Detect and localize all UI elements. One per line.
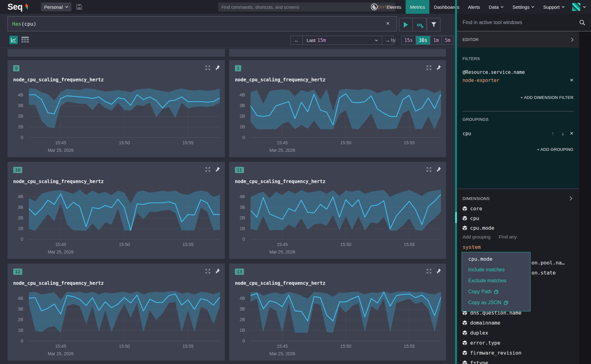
line-chart-icon	[11, 38, 16, 42]
range-back-button[interactable]: ←	[291, 36, 303, 44]
chart-plot[interactable]: 15:4515:5015:55Mar 25, 2026	[251, 291, 441, 341]
pin-icon[interactable]	[436, 167, 441, 172]
copy-as-json-item[interactable]: Copy as JSON	[468, 300, 508, 305]
user-avatar[interactable]	[572, 3, 580, 11]
chart-canvas	[251, 88, 441, 138]
chevron-right-icon[interactable]	[570, 196, 572, 201]
partial-chart-card	[229, 49, 446, 57]
chevron-down-icon[interactable]	[583, 6, 586, 8]
pin-icon[interactable]	[215, 167, 220, 172]
filters-header: FILTERS	[463, 56, 480, 61]
nav-support[interactable]: Support	[539, 0, 569, 14]
x-tick-label: 15:55	[404, 242, 415, 247]
expand-icon[interactable]	[205, 167, 210, 172]
chart-plot[interactable]: 15:4515:5015:55Mar 25, 2026	[251, 88, 441, 138]
x-tick-label: 15:45	[55, 344, 66, 349]
nav-alerts[interactable]: Alerts	[464, 0, 484, 14]
time-range-select[interactable]: Last 15m	[303, 36, 382, 44]
nav-settings[interactable]: Settings	[508, 0, 539, 14]
dimension-item-core[interactable]: core	[463, 206, 482, 212]
seq-metrics-app: Seq Personal Find commands, shortcuts, a…	[0, 0, 591, 364]
add-grouping-button[interactable]: + ADD GROUPING	[537, 147, 573, 152]
interval-1m[interactable]: 1m	[430, 36, 442, 44]
add-grouping-hint: Add grouping Find any	[463, 234, 517, 239]
pin-icon[interactable]	[436, 65, 441, 70]
dimension-item-cpu[interactable]: cpu	[463, 215, 479, 221]
live-tail-button[interactable]: ∞	[412, 18, 426, 31]
dimension-item-fstype[interactable]: fstype	[463, 360, 488, 364]
remove-grouping-icon[interactable]: ✕	[570, 131, 573, 136]
dimension-item-firmware_revision[interactable]: firmware_revision	[463, 350, 521, 356]
y-axis-labels: 4B3B2B1B0	[8, 291, 26, 341]
dimension-item-cpu.mode[interactable]: cpu.mode	[463, 225, 494, 231]
occluded-dimension-item[interactable]: on.state	[531, 270, 556, 276]
chart-plot[interactable]: 15:4515:5015:55Mar 25, 2026	[251, 189, 441, 239]
nav-data[interactable]: Data	[485, 0, 508, 14]
nav-events[interactable]: Events	[382, 0, 406, 14]
chart-title: node_cpu_scaling_frequency_hertz	[13, 77, 104, 83]
y-tick-label: 1B	[18, 226, 23, 231]
cube-icon	[463, 341, 467, 345]
query-input[interactable]: Has(cpu)	[8, 16, 397, 31]
expand-icon[interactable]	[205, 269, 210, 274]
interval-selector: 15s 30s 1m 5m	[401, 36, 454, 45]
expand-icon[interactable]	[427, 269, 431, 274]
copy-path-item[interactable]: Copy Path	[468, 289, 498, 295]
chart-view-toggle[interactable]	[9, 36, 18, 44]
occluded-dimension-item[interactable]: on.pool.na…	[531, 260, 565, 266]
pin-icon[interactable]	[215, 65, 220, 70]
dark-mode-icon[interactable]	[371, 3, 378, 11]
y-tick-label: 4B	[240, 194, 245, 199]
infinity-icon: ∞	[417, 21, 422, 28]
clear-query-icon[interactable]: ✕	[386, 21, 390, 26]
dimension-item-domainname[interactable]: domainname	[463, 320, 500, 326]
move-down-icon[interactable]: ↓	[562, 131, 564, 136]
interval-5m[interactable]: 5m	[442, 36, 453, 44]
expand-icon[interactable]	[427, 65, 431, 70]
toolwindow-search[interactable]: Find in active tool windows	[457, 14, 591, 31]
expand-icon[interactable]	[205, 65, 210, 70]
exclude-matches-item[interactable]: Exclude matches	[468, 278, 506, 284]
command-palette-search[interactable]: Find commands, shortcuts, and screens Ct…	[218, 3, 395, 12]
divider	[0, 48, 455, 48]
nav-metrics[interactable]: Metrics	[406, 0, 429, 14]
dimension-item-error.type[interactable]: error.type	[463, 340, 500, 346]
pin-icon[interactable]	[436, 269, 441, 274]
filter-dimension-value: node-exporter	[463, 78, 499, 83]
top-navbar: Seq Personal Find commands, shortcuts, a…	[0, 0, 591, 14]
add-grouping-text[interactable]: Add grouping	[463, 234, 490, 239]
dimension-search-value[interactable]: system	[463, 244, 481, 250]
expand-icon[interactable]	[427, 167, 431, 172]
save-icon[interactable]	[76, 4, 82, 10]
dimension-item-duplex[interactable]: duplex	[463, 330, 488, 336]
chart-plot[interactable]: 15:4515:5015:55Mar 25, 2026	[29, 189, 220, 239]
nav-dashboards[interactable]: Dashboards	[429, 0, 464, 14]
find-any-text[interactable]: Find any	[499, 234, 517, 239]
x-tick-label: 15:45	[55, 140, 66, 145]
date-label: Mar 25, 2026	[269, 351, 295, 356]
y-tick-label: 3B	[18, 205, 23, 210]
include-matches-item[interactable]: Include matches	[468, 267, 505, 273]
pin-icon[interactable]	[215, 269, 220, 274]
run-query-button[interactable]	[399, 18, 412, 31]
chart-title: node_cpu_scaling_frequency_hertz	[235, 77, 325, 83]
add-dimension-filter-button[interactable]: + ADD DIMENSION FILTER	[521, 95, 573, 100]
chevron-down-icon	[562, 6, 565, 8]
filter-button[interactable]	[427, 18, 440, 31]
interval-30s[interactable]: 30s	[416, 36, 430, 44]
filters-panel: FILTERS @Resource.service.name node-expo…	[457, 48, 579, 188]
cube-icon	[463, 206, 467, 211]
date-label: Mar 25, 2026	[48, 148, 74, 153]
chart-card: 1 node_cpu_scaling_frequency_hertz 4B3B2…	[229, 60, 446, 157]
workspace-select[interactable]: Personal	[41, 3, 71, 11]
y-tick-label: 1B	[240, 124, 245, 129]
date-label: Mar 25, 2026	[269, 249, 295, 254]
interval-15s[interactable]: 15s	[402, 36, 416, 44]
move-up-icon[interactable]: ↑	[552, 131, 554, 136]
chart-plot[interactable]: 15:4515:5015:55Mar 25, 2026	[29, 88, 220, 138]
table-view-toggle[interactable]	[21, 37, 29, 43]
remove-filter-icon[interactable]: ✕	[570, 78, 573, 83]
y-tick-label: 0	[242, 135, 245, 140]
chart-plot[interactable]: 15:4515:5015:55Mar 25, 2026	[29, 291, 220, 341]
editor-section-header[interactable]: EDITOR	[457, 32, 579, 48]
